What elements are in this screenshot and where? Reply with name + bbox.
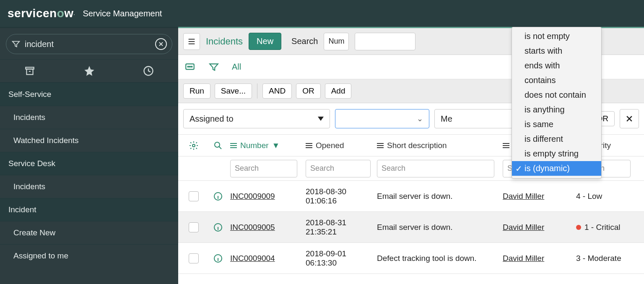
caller-link[interactable]: David Miller: [503, 254, 544, 263]
info-icon: [213, 253, 223, 263]
app-root: servicenow. Service Management: [0, 0, 644, 284]
nav-link-watched-incidents[interactable]: Watched Incidents: [0, 129, 178, 152]
operator-option[interactable]: is empty string: [512, 146, 601, 161]
new-button[interactable]: New: [249, 33, 281, 50]
divider: [257, 83, 257, 99]
nav-filter-clear[interactable]: [155, 38, 167, 50]
row-checkbox[interactable]: [189, 253, 199, 263]
main-panel: Incidents New Search Num All Run Save...…: [178, 27, 644, 284]
operator-option[interactable]: is anything: [512, 102, 601, 117]
info-icon: [213, 191, 223, 201]
cell-opened: 2018-08-3121:35:21: [306, 218, 377, 237]
cell-short-description: Defect tracking tool is down.: [377, 254, 503, 263]
caller-link[interactable]: David Miller: [503, 223, 544, 232]
breadcrumb-all[interactable]: All: [232, 62, 241, 72]
operator-option[interactable]: ends with: [512, 58, 601, 73]
nav-filter-input[interactable]: [25, 39, 155, 49]
clock-icon: [143, 65, 154, 77]
sort-desc-icon: ▼: [272, 141, 280, 150]
menu-icon: [187, 37, 196, 46]
cell-priority: 3 - Moderate: [576, 254, 639, 263]
personalize-columns-button[interactable]: [182, 141, 206, 151]
col-header-opened[interactable]: Opened: [306, 141, 377, 150]
gear-icon: [189, 141, 199, 151]
nav-link-incidents-sd[interactable]: Incidents: [0, 175, 178, 198]
incident-number-link[interactable]: INC0009005: [230, 223, 275, 232]
search-icon: [213, 141, 223, 151]
svg-point-8: [215, 142, 220, 147]
nav-tab-favorites[interactable]: [60, 60, 119, 82]
svg-rect-1: [26, 69, 33, 75]
and-button[interactable]: AND: [262, 83, 292, 99]
col-header-number[interactable]: Number ▼: [230, 141, 306, 150]
cell-short-description: Email server is down.: [377, 223, 503, 232]
row-info-button[interactable]: [206, 222, 230, 232]
global-header: servicenow. Service Management: [0, 0, 644, 27]
operator-dropdown[interactable]: is not emptystarts withends withcontains…: [512, 27, 602, 179]
column-search-toggle[interactable]: [206, 141, 230, 151]
cell-opened: 2018-08-3001:06:16: [306, 187, 377, 206]
chevron-down-icon: ⌄: [417, 114, 423, 123]
search-number-input[interactable]: [230, 160, 297, 177]
operator-option[interactable]: is not empty: [512, 29, 601, 44]
run-button[interactable]: Run: [183, 83, 210, 99]
cell-priority: 1 - Critical: [576, 223, 639, 232]
nav-group-incident[interactable]: Incident: [0, 198, 178, 221]
operator-option[interactable]: is different: [512, 132, 601, 146]
content-body: Self-Service Incidents Watched Incidents…: [0, 27, 644, 284]
row-checkbox[interactable]: [189, 191, 199, 201]
list-title[interactable]: Incidents: [206, 36, 243, 47]
operator-option[interactable]: contains: [512, 73, 601, 88]
filter-field-select[interactable]: Assigned to: [183, 109, 330, 128]
close-icon: [158, 41, 164, 47]
table-row[interactable]: INC00090092018-08-3001:06:16Email server…: [178, 181, 644, 212]
incident-number-link[interactable]: INC0009004: [230, 254, 275, 263]
activity-stream-icon[interactable]: [184, 62, 196, 73]
list-menu-button[interactable]: [183, 33, 200, 50]
add-sort-button[interactable]: Add: [325, 83, 352, 99]
cell-priority: 4 - Low: [576, 192, 639, 201]
svg-point-7: [192, 144, 195, 147]
search-field-select[interactable]: Num: [324, 33, 349, 50]
save-button[interactable]: Save...: [215, 83, 252, 99]
nav-tab-all[interactable]: [0, 60, 60, 82]
nav-filter[interactable]: [6, 34, 172, 54]
incident-number-link[interactable]: INC0009009: [230, 192, 275, 201]
table-row[interactable]: INC00090052018-08-3121:35:21Email server…: [178, 212, 644, 243]
caller-link[interactable]: David Miller: [503, 192, 544, 201]
table-row[interactable]: INC00090042018-09-0106:13:30Defect track…: [178, 243, 644, 274]
filter-operator-select[interactable]: ⌄: [335, 109, 429, 128]
row-checkbox[interactable]: [189, 222, 199, 232]
operator-option[interactable]: is same: [512, 117, 601, 132]
operator-option[interactable]: does not contain: [512, 88, 601, 102]
row-info-button[interactable]: [206, 253, 230, 263]
search-label: Search: [291, 36, 318, 46]
star-icon: [83, 65, 95, 77]
col-header-short-description[interactable]: Short description: [377, 141, 503, 150]
priority-dot: [576, 225, 581, 230]
row-info-button[interactable]: [206, 191, 230, 201]
nav-link-create-new[interactable]: Create New: [0, 221, 178, 244]
nav-link-incidents-ss[interactable]: Incidents: [0, 106, 178, 129]
search-query-input[interactable]: [355, 33, 415, 50]
or-button[interactable]: OR: [296, 83, 321, 99]
nav-link-assigned-to-me[interactable]: Assigned to me: [0, 244, 178, 267]
filter-remove-button[interactable]: [620, 109, 639, 128]
nav-sidebar: Self-Service Incidents Watched Incidents…: [0, 27, 178, 284]
cell-opened: 2018-09-0106:13:30: [306, 249, 377, 268]
filter-value-text: Me: [441, 114, 452, 124]
nav-filter-wrap: [0, 28, 178, 59]
nav-tab-history[interactable]: [119, 60, 178, 82]
cell-short-description: Email server is down.: [377, 192, 503, 201]
filter-icon: [11, 39, 21, 49]
filter-toggle-icon[interactable]: [208, 62, 219, 73]
svg-point-5: [190, 66, 190, 67]
caret-down-icon: [318, 117, 324, 121]
search-opened-input[interactable]: [306, 160, 371, 177]
nav-group-service-desk[interactable]: Service Desk: [0, 152, 178, 175]
nav-group-self-service[interactable]: Self-Service: [0, 83, 178, 106]
search-desc-input[interactable]: [377, 160, 494, 177]
operator-option[interactable]: is (dynamic): [512, 161, 601, 176]
operator-option[interactable]: starts with: [512, 44, 601, 58]
brand-logo: servicenow.: [8, 7, 75, 20]
